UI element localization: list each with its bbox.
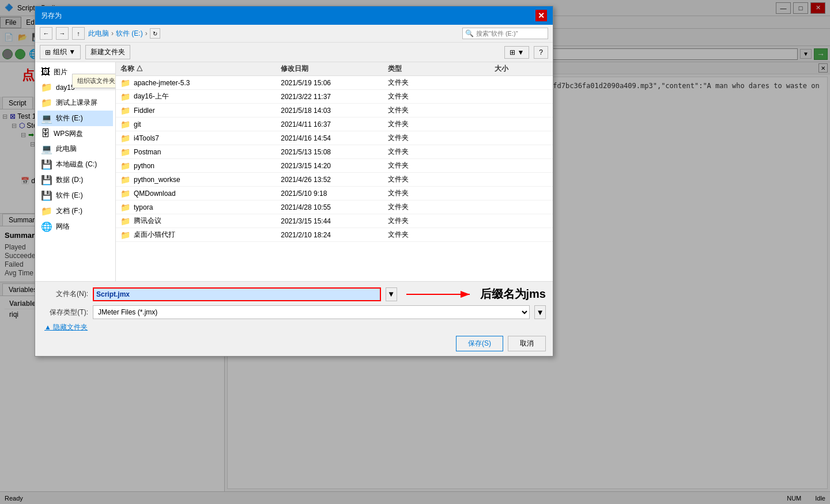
dialog-path: 此电脑 › 软件 (E:) › ↻ (88, 28, 459, 39)
breadcrumb-sep1: › (111, 29, 114, 37)
filename-label: 文件名(N): (42, 289, 88, 299)
dialog-body: 🖼 图片 组织该文件夹的内容。 📁 day15 📁 测试上课录屏 💻 软件 (E… (35, 62, 553, 281)
dialog-back-btn[interactable]: ← (40, 27, 52, 40)
pictures-icon: 🖼 (41, 67, 50, 77)
folder-icon-typora: 📁 (120, 203, 130, 212)
file-row-day16[interactable]: 📁day16-上午 2021/3/22 11:37 文件夹 (116, 90, 553, 104)
file-name-typora: 📁typora (120, 203, 281, 212)
sidebar-drive-c-label: 本地磁盘 (C:) (56, 160, 97, 169)
breadcrumb-drive[interactable]: 软件 (E:) (116, 29, 143, 39)
file-date-python: 2021/3/15 14:20 (281, 162, 388, 170)
sidebar-pictures[interactable]: 🖼 图片 (37, 65, 113, 79)
footer-row-filetype: 保存类型(T): JMeter Files (*.jmx) ▼ (42, 305, 546, 319)
file-type-git: 文件夹 (388, 119, 495, 129)
view-toggle-btn[interactable]: ⊞ ▼ (504, 46, 529, 59)
drive-f-icon: 📁 (41, 206, 52, 217)
sidebar-network-label: 网络 (56, 222, 70, 232)
filename-input[interactable] (93, 287, 381, 301)
file-list-header: 名称 △ 修改日期 类型 大小 (116, 62, 553, 76)
file-type-qmdownload: 文件夹 (388, 188, 495, 198)
file-row-git[interactable]: 📁git 2021/4/11 16:37 文件夹 (116, 118, 553, 131)
file-type-python: 文件夹 (388, 161, 495, 170)
drive-c-icon: 💾 (41, 159, 52, 170)
file-row-postman[interactable]: 📁Postman 2021/5/13 15:08 文件夹 (116, 145, 553, 159)
folder-icon-qmdownload: 📁 (120, 189, 130, 198)
file-name-python: 📁python (120, 161, 281, 170)
organize-btn[interactable]: ⊞ 组织 ▼ (40, 45, 81, 59)
breadcrumb-thispc[interactable]: 此电脑 (88, 29, 109, 39)
file-date-typora: 2021/4/28 10:55 (281, 203, 388, 211)
file-name-apache: 📁apache-jmeter-5.3 (120, 78, 281, 88)
drive-e-icon: 💻 (41, 113, 52, 124)
file-row-i4tools[interactable]: 📁i4Tools7 2021/4/16 14:54 文件夹 (116, 131, 553, 145)
path-refresh-btn[interactable]: ↻ (150, 28, 160, 39)
folder-icon-tencent: 📁 (120, 217, 130, 226)
file-row-python[interactable]: 📁python 2021/3/15 14:20 文件夹 (116, 159, 553, 173)
sidebar-drive-f[interactable]: 📁 文档 (F:) (37, 203, 113, 219)
save-button[interactable]: 保存(S) (456, 336, 503, 351)
sidebar-drive-d[interactable]: 💾 数据 (D:) (37, 172, 113, 188)
folder-icon-fiddler: 📁 (120, 106, 130, 115)
sidebar-drive-e[interactable]: 💻 软件 (E:) (37, 111, 113, 126)
file-type-postman: 文件夹 (388, 147, 495, 157)
sidebar-drive-c[interactable]: 💾 本地磁盘 (C:) (37, 157, 113, 172)
hidden-folder-toggle[interactable]: ▲ 隐藏文件夹 (44, 323, 88, 332)
cancel-button[interactable]: 取消 (508, 336, 546, 351)
filetype-dropdown[interactable]: ▼ (534, 305, 546, 319)
sidebar-lesson[interactable]: 📁 测试上课录屏 (37, 95, 113, 111)
search-input[interactable] (476, 30, 545, 37)
file-name-qmdownload: 📁QMDownload (120, 189, 281, 198)
filename-dropdown[interactable]: ▼ (386, 287, 397, 301)
folder-icon-day16: 📁 (120, 92, 130, 101)
file-row-python-workse[interactable]: 📁python_workse 2021/4/26 13:52 文件夹 (116, 173, 553, 187)
drive-e2-icon: 💾 (41, 190, 52, 201)
file-row-typora[interactable]: 📁typora 2021/4/28 10:55 文件夹 (116, 200, 553, 214)
sidebar-day15[interactable]: 📁 day15 (37, 79, 113, 95)
footer-row-filename: 文件名(N): ▼ 后缀名为jms (42, 286, 546, 302)
filetype-select[interactable]: JMeter Files (*.jmx) (93, 305, 530, 319)
dialog-title: 另存为 (41, 11, 62, 21)
file-row-fiddler[interactable]: 📁Fiddler 2021/5/18 14:03 文件夹 (116, 104, 553, 118)
save-dialog: 另存为 ✕ ← → ↑ 此电脑 › 软件 (E:) › ↻ 🔍 ⊞ 组 (35, 6, 553, 357)
folder-icon-apache: 📁 (120, 78, 130, 88)
file-name-day16: 📁day16-上午 (120, 92, 281, 101)
new-folder-btn[interactable]: 新建文件夹 (85, 45, 130, 59)
lesson-icon: 📁 (41, 97, 52, 108)
file-row-apache[interactable]: 📁apache-jmeter-5.3 2021/5/19 15:06 文件夹 (116, 76, 553, 90)
help-btn[interactable]: ? (534, 46, 548, 59)
dialog-footer: 文件名(N): ▼ 后缀名为jms (35, 281, 553, 356)
footer-row-hidden: ▲ 隐藏文件夹 (42, 323, 546, 332)
dialog-overlay: 另存为 ✕ ← → ↑ 此电脑 › 软件 (E:) › ↻ 🔍 ⊞ 组 (0, 0, 830, 504)
dialog-sidebar: 🖼 图片 组织该文件夹的内容。 📁 day15 📁 测试上课录屏 💻 软件 (E… (35, 62, 116, 281)
network-icon: 🌐 (41, 221, 52, 232)
col-date[interactable]: 修改日期 (281, 64, 388, 74)
file-date-qmdownload: 2021/5/10 9:18 (281, 190, 388, 198)
file-name-postman: 📁Postman (120, 147, 281, 157)
file-name-i4tools: 📁i4Tools7 (120, 134, 281, 143)
dialog-action-bar: ⊞ 组织 ▼ 新建文件夹 ⊞ ▼ ? (35, 43, 553, 62)
file-row-cat[interactable]: 📁桌面小猫代打 2021/2/10 18:24 文件夹 (116, 228, 553, 242)
filename-annotation: 后缀名为jms (406, 286, 546, 302)
jms-annotation-label: 后缀名为jms (480, 286, 546, 302)
view-icon: ⊞ ▼ (510, 48, 524, 56)
sidebar-network[interactable]: 🌐 网络 (37, 219, 113, 234)
file-name-tencent: 📁腾讯会议 (120, 216, 281, 226)
file-name-git: 📁git (120, 120, 281, 129)
sidebar-thispc[interactable]: 💻 此电脑 (37, 141, 113, 157)
dialog-forward-btn[interactable]: → (56, 27, 69, 40)
dialog-close-btn[interactable]: ✕ (535, 10, 547, 21)
dialog-nav-toolbar: ← → ↑ 此电脑 › 软件 (E:) › ↻ 🔍 (35, 25, 553, 43)
sidebar-wps-label: WPS网盘 (54, 129, 83, 139)
dialog-up-btn[interactable]: ↑ (72, 27, 85, 40)
col-size[interactable]: 大小 (495, 64, 548, 74)
col-name[interactable]: 名称 △ (120, 64, 281, 74)
file-row-tencent[interactable]: 📁腾讯会议 2021/3/15 15:44 文件夹 (116, 214, 553, 228)
file-name-fiddler: 📁Fiddler (120, 106, 281, 115)
col-type[interactable]: 类型 (388, 64, 495, 74)
file-row-qmdownload[interactable]: 📁QMDownload 2021/5/10 9:18 文件夹 (116, 187, 553, 200)
thispc-icon: 💻 (41, 143, 52, 154)
sidebar-drive-e2[interactable]: 💾 软件 (E:) (37, 188, 113, 203)
sidebar-wps[interactable]: 🗄 WPS网盘 (37, 126, 113, 141)
sidebar-drive-f-label: 文档 (F:) (56, 206, 82, 216)
organize-icon: ⊞ (45, 48, 51, 56)
